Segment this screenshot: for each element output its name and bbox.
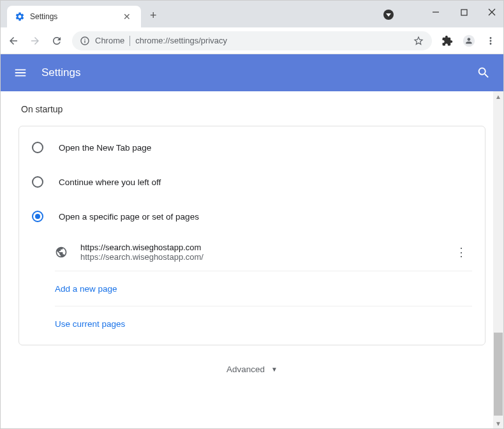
minimize-icon[interactable] [429,6,442,19]
maximize-icon[interactable] [457,6,470,19]
add-page-row[interactable]: Add a new page [55,271,472,306]
page-name: https://search.wiseghostapp.com [80,243,450,252]
advanced-section: Advanced ▼ [19,345,485,393]
profile-icon[interactable] [463,34,475,47]
hamburger-menu-icon[interactable] [13,66,27,80]
reload-icon[interactable] [50,34,63,47]
page-title: Settings [41,66,477,79]
settings-gear-icon [15,11,25,22]
url-scheme: Chrome [95,36,124,45]
add-page-link[interactable]: Add a new page [55,284,117,294]
divider [130,36,130,46]
scroll-down-icon[interactable]: ▼ [493,418,503,428]
option-label: Open a specific page or set of pages [59,212,199,222]
tab-title: Settings [30,12,121,21]
url-text: chrome://settings/privacy [135,36,408,45]
settings-header: Settings [1,54,503,91]
forward-icon[interactable] [29,34,41,47]
use-current-link[interactable]: Use current pages [55,319,125,329]
startup-page-row: https://search.wiseghostapp.com https://… [55,234,472,271]
section-title: On startup [19,104,485,114]
close-window-icon[interactable] [485,6,498,19]
back-icon[interactable] [7,34,20,47]
startup-card: Open the New Tab page Continue where you… [19,126,485,345]
svg-point-4 [463,34,475,46]
titlebar: Settings ✕ + [1,1,503,27]
media-control-icon[interactable] [383,10,394,20]
content-area: ▲ ▼ On startup Open the New Tab page Con… [1,91,503,428]
new-tab-button[interactable]: + [150,9,157,22]
chevron-down-icon: ▼ [271,366,278,373]
radio-icon[interactable] [32,176,43,188]
option-continue[interactable]: Continue where you left off [19,165,485,199]
svg-rect-1 [461,10,467,15]
kebab-menu-icon[interactable] [484,34,497,47]
option-label: Open the New Tab page [59,143,151,153]
info-icon[interactable] [80,36,90,46]
advanced-label: Advanced [226,365,265,374]
browser-tab[interactable]: Settings ✕ [7,6,141,27]
option-label: Continue where you left off [59,177,161,187]
advanced-toggle[interactable]: Advanced ▼ [226,365,278,374]
page-url: https://search.wiseghostapp.com/ [80,252,450,262]
radio-icon[interactable] [32,142,43,153]
bookmark-star-icon[interactable] [413,35,424,47]
use-current-row[interactable]: Use current pages [55,306,472,341]
radio-icon[interactable] [32,211,43,222]
row-kebab-icon[interactable]: ⋮ [450,245,472,259]
extensions-icon[interactable] [441,34,454,47]
address-bar[interactable]: Chrome chrome://settings/privacy [72,31,432,50]
option-new-tab[interactable]: Open the New Tab page [19,130,485,165]
search-icon[interactable] [477,66,491,80]
option-specific-pages[interactable]: Open a specific page or set of pages [19,199,485,234]
browser-toolbar: Chrome chrome://settings/privacy [1,27,503,54]
globe-icon [55,246,68,259]
close-tab-icon[interactable]: ✕ [121,11,133,22]
